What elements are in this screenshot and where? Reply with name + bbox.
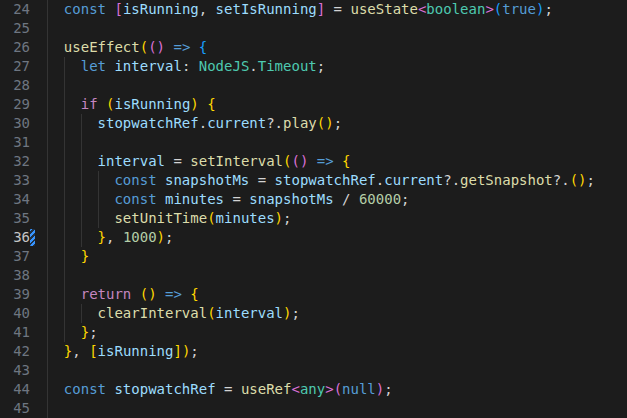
line-number[interactable]: 34 (0, 190, 30, 209)
code-line-text[interactable]: interval = setInterval(() => { (47, 152, 627, 171)
code-line[interactable]: 44 const stopwatchRef = useRef<any>(null… (0, 380, 627, 399)
line-number[interactable]: 32 (0, 152, 30, 171)
indent-guide (47, 228, 48, 247)
line-number[interactable]: 39 (0, 285, 30, 304)
code-line-text[interactable]: }; (47, 323, 627, 342)
code-line[interactable]: 29 if (isRunning) { (0, 95, 627, 114)
code-line-text[interactable]: let interval: NodeJS.Timeout; (47, 57, 627, 76)
code-token: stopwatchRef (98, 115, 199, 131)
code-token: setIsRunning (216, 1, 317, 17)
code-line[interactable]: 28 (0, 76, 627, 95)
code-token: => (165, 286, 182, 302)
code-line-text[interactable]: const [isRunning, setIsRunning] = useSta… (47, 0, 627, 19)
line-number[interactable]: 27 (0, 57, 30, 76)
indent-guide (64, 95, 65, 114)
indent-guide (64, 209, 65, 228)
line-number[interactable]: 33 (0, 171, 30, 190)
code-line-text[interactable]: const stopwatchRef = useRef<any>(null); (47, 380, 627, 399)
code-line-text[interactable] (47, 19, 627, 38)
code-line[interactable]: 26 useEffect(() => { (0, 38, 627, 57)
code-line[interactable]: 32 interval = setInterval(() => { (0, 152, 627, 171)
line-number[interactable]: 25 (0, 19, 30, 38)
code-line-text[interactable]: } (47, 247, 627, 266)
line-number[interactable]: 38 (0, 266, 30, 285)
code-line[interactable]: 43 (0, 361, 627, 380)
code-token: } (81, 248, 89, 264)
code-token: [ (114, 1, 122, 17)
code-line-text[interactable]: }, [isRunning]); (47, 342, 627, 361)
code-line[interactable]: 45 (0, 399, 627, 418)
code-line-text[interactable]: stopwatchRef.current?.play(); (47, 114, 627, 133)
code-token: interval (216, 305, 283, 321)
indent-guide (64, 133, 65, 152)
code-line-text[interactable]: useEffect(() => { (47, 38, 627, 57)
line-number[interactable]: 42 (0, 342, 30, 361)
line-number[interactable]: 43 (0, 361, 30, 380)
indent-guide (47, 342, 48, 361)
indent-guide (47, 95, 48, 114)
code-token: 1000 (123, 229, 157, 245)
code-line[interactable]: 40 clearInterval(interval); (0, 304, 627, 323)
line-number[interactable]: 30 (0, 114, 30, 133)
code-line[interactable]: 30 stopwatchRef.current?.play(); (0, 114, 627, 133)
code-line[interactable]: 36 }, 1000); (0, 228, 627, 247)
code-token: ; (283, 210, 291, 226)
line-number[interactable]: 31 (0, 133, 30, 152)
line-number[interactable]: 40 (0, 304, 30, 323)
code-token: , (72, 343, 89, 359)
code-token: ; (334, 115, 342, 131)
code-line[interactable]: 42 }, [isRunning]); (0, 342, 627, 361)
code-token: ) (157, 229, 165, 245)
code-line[interactable]: 24 const [isRunning, setIsRunning] = use… (0, 0, 627, 19)
code-line-text[interactable]: const snapshotMs = stopwatchRef.current?… (47, 171, 627, 190)
code-editor[interactable]: 24 const [isRunning, setIsRunning] = use… (0, 0, 627, 418)
code-line[interactable]: 25 (0, 19, 627, 38)
code-line-text[interactable]: setUnitTime(minutes); (47, 209, 627, 228)
code-line-text[interactable] (47, 361, 627, 380)
code-line-text[interactable]: const minutes = snapshotMs / 60000; (47, 190, 627, 209)
code-line-text[interactable]: clearInterval(interval); (47, 304, 627, 323)
code-token: . (199, 115, 207, 131)
indent-guide (47, 190, 48, 209)
line-number[interactable]: 45 (0, 399, 30, 418)
line-number[interactable]: 29 (0, 95, 30, 114)
indent-guide (47, 0, 48, 19)
gutter-marker-zone (30, 304, 47, 323)
gutter-modified-indicator[interactable] (30, 229, 35, 246)
line-number[interactable]: 24 (0, 0, 30, 19)
line-number-active[interactable]: 36 (0, 228, 30, 247)
code-line[interactable]: 31 (0, 133, 627, 152)
code-line-text[interactable]: if (isRunning) { (47, 95, 627, 114)
code-token: useState (350, 1, 417, 17)
indent-guide (47, 19, 48, 38)
indent-guide (64, 285, 65, 304)
code-line[interactable]: 33 const snapshotMs = stopwatchRef.curre… (0, 171, 627, 190)
code-token: any (300, 381, 325, 397)
code-token: { (342, 153, 350, 169)
code-line[interactable]: 35 setUnitTime(minutes); (0, 209, 627, 228)
line-number[interactable]: 44 (0, 380, 30, 399)
line-number[interactable]: 26 (0, 38, 30, 57)
code-line[interactable]: 37 } (0, 247, 627, 266)
code-token (157, 286, 165, 302)
code-line[interactable]: 39 return () => { (0, 285, 627, 304)
code-token: const (114, 191, 165, 207)
code-line-text[interactable] (47, 133, 627, 152)
line-number[interactable]: 41 (0, 323, 30, 342)
code-line[interactable]: 38 (0, 266, 627, 285)
code-token: ] (173, 343, 181, 359)
code-line[interactable]: 41 }; (0, 323, 627, 342)
code-line-text[interactable] (47, 266, 627, 285)
code-line-text[interactable]: return () => { (47, 285, 627, 304)
line-number[interactable]: 35 (0, 209, 30, 228)
code-line-text[interactable] (47, 399, 627, 418)
code-line[interactable]: 27 let interval: NodeJS.Timeout; (0, 57, 627, 76)
code-token: ) (376, 381, 384, 397)
code-line-text[interactable] (47, 76, 627, 95)
code-token: ] (317, 1, 325, 17)
code-token: , (106, 229, 123, 245)
line-number[interactable]: 37 (0, 247, 30, 266)
line-number[interactable]: 28 (0, 76, 30, 95)
code-line[interactable]: 34 const minutes = snapshotMs / 60000; (0, 190, 627, 209)
code-line-text[interactable]: }, 1000); (47, 228, 627, 247)
